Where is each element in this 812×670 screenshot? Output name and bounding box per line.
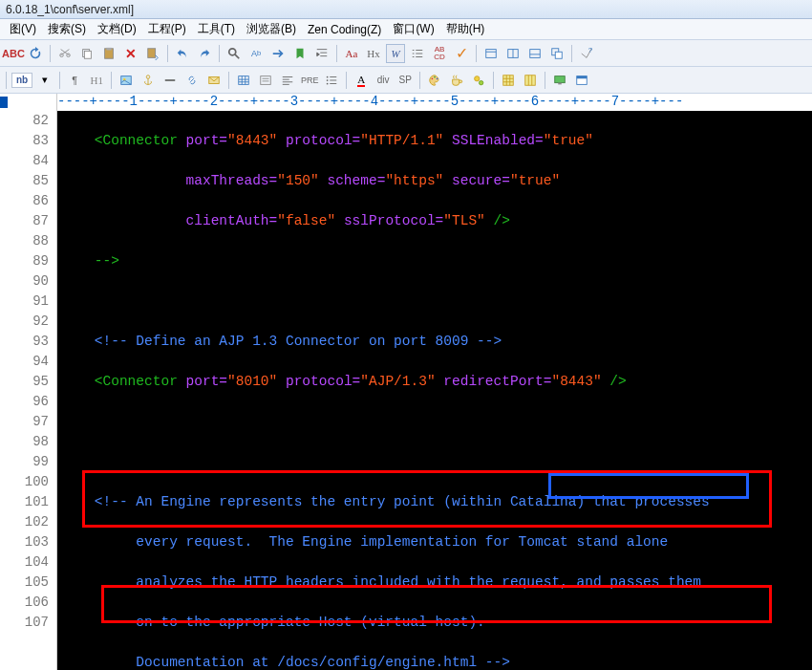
find-icon[interactable]: [224, 44, 244, 63]
form-icon[interactable]: [256, 71, 275, 90]
svg-rect-28: [555, 76, 566, 82]
refresh-icon[interactable]: [26, 44, 45, 63]
svg-point-22: [434, 76, 436, 77]
check-icon[interactable]: ✓: [452, 44, 471, 63]
menu-tools[interactable]: 工具(T): [192, 19, 241, 39]
svg-rect-10: [555, 52, 562, 58]
word-icon[interactable]: W: [386, 44, 405, 63]
help-icon[interactable]: ?: [577, 44, 596, 63]
h1-icon[interactable]: H1: [87, 71, 106, 90]
indent-icon[interactable]: [312, 44, 331, 63]
svg-point-23: [437, 77, 438, 79]
undo-icon[interactable]: [173, 44, 192, 63]
svg-rect-6: [486, 49, 497, 57]
menu-document[interactable]: 文档(D): [92, 19, 142, 39]
copy-icon[interactable]: [77, 44, 96, 63]
paste-icon[interactable]: [99, 44, 118, 63]
bookmark-icon[interactable]: [290, 44, 310, 63]
svg-rect-8: [530, 49, 541, 57]
menu-bar: 图(V) 搜索(S) 文档(D) 工程(P) 工具(T) 浏览器(B) Zen …: [0, 19, 812, 40]
svg-point-21: [432, 77, 434, 79]
spellcheck-icon[interactable]: ABC: [4, 44, 23, 63]
font-color-icon[interactable]: A: [352, 71, 371, 90]
grid2-icon[interactable]: [521, 71, 540, 90]
anchor-icon[interactable]: [139, 71, 158, 90]
menu-window[interactable]: 窗口(W): [387, 19, 439, 39]
table-icon[interactable]: [234, 71, 253, 90]
svg-rect-26: [503, 75, 514, 85]
svg-point-24: [475, 76, 480, 80]
list-icon[interactable]: [408, 44, 427, 63]
dropdown-icon[interactable]: ▾: [35, 71, 54, 90]
svg-rect-16: [239, 76, 249, 84]
window-icon[interactable]: [481, 44, 501, 63]
pre-label[interactable]: PRE: [300, 71, 319, 90]
grid1-icon[interactable]: [499, 71, 518, 90]
link-icon[interactable]: [182, 71, 202, 90]
bullets-icon[interactable]: [322, 71, 341, 90]
redo-icon[interactable]: [195, 44, 214, 63]
menu-search[interactable]: 搜索(S): [42, 19, 92, 39]
toolbar-1: ABC ✕ Ab Aa Hx W AB CD ✓ ?: [0, 40, 812, 67]
email-icon[interactable]: [204, 71, 224, 90]
coffee-icon[interactable]: [447, 71, 466, 90]
align-icon[interactable]: [278, 71, 297, 90]
code[interactable]: <Connector port="8443" protocol="HTTP/1.…: [57, 111, 812, 670]
panel-icon[interactable]: [525, 44, 545, 63]
menu-browser[interactable]: 浏览器(B): [241, 19, 302, 39]
line-numbers: 8283848586 8788899091 9293949596 9798991…: [0, 111, 56, 633]
hr-icon[interactable]: [160, 71, 180, 90]
svg-point-25: [480, 80, 483, 84]
ruler: ----+----1----+----2----+----3----+----4…: [57, 94, 812, 111]
svg-rect-31: [577, 76, 588, 78]
palette-icon[interactable]: [425, 71, 444, 90]
heading-icon[interactable]: Hx: [364, 44, 383, 63]
gutter-ruler: [0, 94, 56, 111]
cascade-icon[interactable]: [547, 44, 566, 63]
editor: 8283848586 8788899091 9293949596 9798991…: [0, 94, 812, 670]
div-label[interactable]: div: [374, 71, 393, 90]
svg-rect-17: [261, 76, 271, 84]
pilcrow-icon[interactable]: ¶: [65, 71, 84, 90]
gears-icon[interactable]: [469, 71, 488, 90]
svg-rect-3: [106, 47, 111, 50]
gutter: 8283848586 8788899091 9293949596 9798991…: [0, 94, 57, 670]
code-area[interactable]: ----+----1----+----2----+----3----+----4…: [57, 94, 812, 670]
split-icon[interactable]: [503, 44, 523, 63]
clipboard-dropdown-icon[interactable]: [143, 44, 162, 63]
nb-label[interactable]: nb: [11, 73, 32, 88]
image-icon[interactable]: [117, 71, 136, 90]
svg-point-18: [327, 76, 329, 77]
svg-rect-27: [525, 75, 536, 85]
window2-icon[interactable]: [572, 71, 591, 90]
delete-icon[interactable]: ✕: [121, 44, 140, 63]
menu-view[interactable]: 图(V): [4, 19, 42, 39]
menu-help[interactable]: 帮助(H): [440, 19, 491, 39]
monitor-icon[interactable]: [550, 71, 569, 90]
find-replace-icon[interactable]: Ab: [246, 44, 266, 63]
svg-rect-1: [84, 51, 91, 58]
font-size-icon[interactable]: Aa: [342, 44, 361, 63]
toolbar-2: nb ▾ ¶ H1 PRE A div SP: [0, 67, 812, 94]
svg-rect-29: [558, 82, 562, 84]
svg-point-5: [229, 48, 236, 54]
svg-text:?: ?: [588, 47, 593, 54]
svg-point-19: [327, 79, 329, 81]
menu-zencoding[interactable]: Zen Coding(Z): [302, 21, 387, 38]
char-icon[interactable]: AB CD: [430, 44, 449, 63]
sp-label[interactable]: SP: [395, 71, 415, 90]
title-bar: 6.0.18_1\conf\server.xml]: [0, 0, 812, 19]
cut-icon[interactable]: [55, 44, 75, 63]
svg-point-14: [146, 75, 150, 78]
svg-point-20: [327, 82, 329, 84]
goto-icon[interactable]: [268, 44, 288, 63]
svg-rect-4: [148, 48, 156, 57]
menu-project[interactable]: 工程(P): [142, 19, 192, 39]
